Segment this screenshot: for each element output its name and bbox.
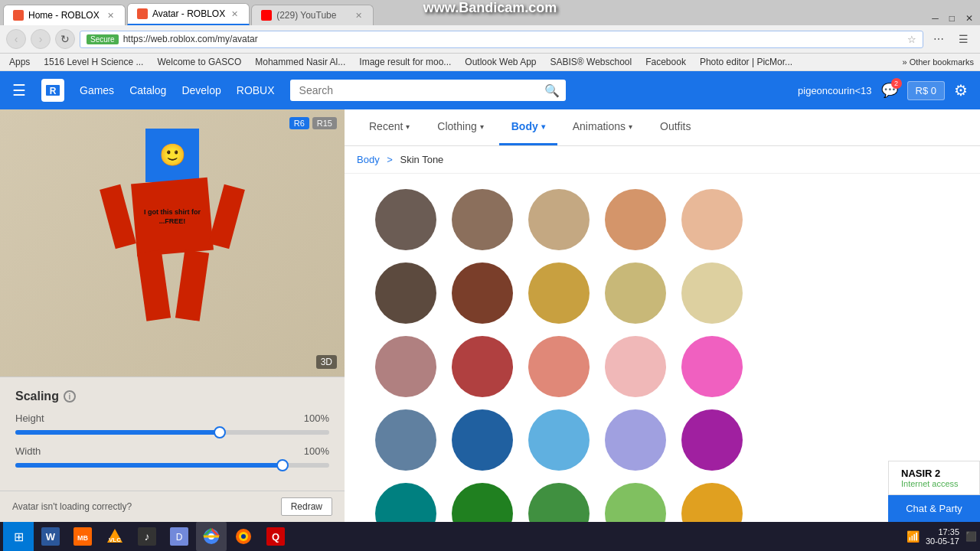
color-swatch-c18[interactable] [528, 409, 590, 471]
color-swatch-c16[interactable] [375, 409, 436, 471]
width-value: 100% [304, 445, 329, 457]
bookmark-4[interactable]: Image result for moo... [356, 55, 454, 69]
bookmark-7[interactable]: Facebook [642, 55, 689, 69]
tab-close-home[interactable]: ✕ [106, 11, 116, 21]
tab-body[interactable]: Body ▾ [499, 109, 557, 145]
bookmark-6[interactable]: SABIS® Webschool [547, 55, 635, 69]
start-button[interactable]: ⊞ [3, 522, 34, 551]
width-slider-thumb[interactable] [276, 459, 289, 471]
color-swatch-c14[interactable] [605, 336, 666, 397]
tab-recent-label: Recent [369, 120, 403, 132]
maximize-btn[interactable]: □ [946, 11, 959, 25]
height-slider-thumb[interactable] [214, 426, 226, 439]
roblox-header: ☰ R Games Catalog Develop ROBUX 🔍 pigeon… [0, 71, 980, 109]
bookmark-star-icon[interactable]: ☆ [907, 34, 916, 45]
bookmark-3[interactable]: Mohammed Nasir Al... [252, 55, 348, 69]
color-swatch-c4[interactable] [605, 189, 666, 250]
taskbar-chrome[interactable] [196, 522, 227, 551]
taskbar-music[interactable]: ♪ [132, 522, 162, 551]
search-input[interactable] [290, 80, 566, 101]
back-button[interactable]: ‹ [6, 29, 26, 49]
tab-close-youtube[interactable]: ✕ [354, 11, 364, 21]
scaling-info-icon[interactable]: i [64, 390, 76, 403]
color-swatch-c23[interactable] [528, 483, 590, 522]
svg-text:VLC: VLC [109, 536, 121, 543]
extensions-button[interactable]: ⋯ [928, 28, 949, 50]
taskbar-roblox-q[interactable]: Q [260, 522, 291, 551]
nav-games[interactable]: Games [80, 84, 114, 96]
tab-outfits[interactable]: Outfits [648, 109, 703, 145]
avatar-footer: Avatar isn't loading correctly? Redraw [0, 491, 345, 522]
color-swatch-c24[interactable] [605, 483, 666, 522]
forward-button[interactable]: › [31, 29, 51, 49]
minimize-btn[interactable]: ─ [928, 11, 942, 25]
color-swatch-c25[interactable] [681, 483, 743, 522]
nav-robux[interactable]: ROBUX [237, 84, 275, 96]
tab-favicon-youtube [261, 10, 272, 21]
color-swatch-c13[interactable] [528, 336, 590, 397]
chat-party-button[interactable]: Chat & Party [888, 495, 980, 522]
tab-clothing[interactable]: Clothing ▾ [425, 109, 495, 145]
color-swatch-c6[interactable] [375, 262, 436, 324]
color-swatch-c12[interactable] [452, 336, 513, 397]
address-bar[interactable]: Secure https://web.roblox.com/my/avatar … [80, 31, 923, 48]
redraw-button[interactable]: Redraw [281, 497, 332, 516]
roblox-logo[interactable]: R [41, 79, 64, 102]
color-swatch-c19[interactable] [605, 409, 666, 471]
taskbar-apps: W MB VLC ♪ D [35, 522, 291, 551]
taskbar-word[interactable]: W [35, 522, 66, 551]
breadcrumb-parent[interactable]: Body [357, 154, 380, 165]
color-swatch-c7[interactable] [452, 262, 513, 324]
bookmark-8[interactable]: Photo editor | PicMor... [697, 55, 795, 69]
color-swatch-c1[interactable] [375, 189, 436, 250]
color-swatch-c10[interactable] [681, 262, 743, 324]
tab-youtube[interactable]: (229) YouTube ✕ [251, 5, 374, 25]
bookmark-1[interactable]: 1516 Level H Science ... [41, 55, 146, 69]
badge-r6[interactable]: R6 [289, 117, 309, 129]
search-button[interactable]: 🔍 [544, 83, 560, 98]
reload-button[interactable]: ↻ [55, 29, 75, 49]
width-slider-track[interactable] [15, 463, 329, 468]
breadcrumb: Body > Skin Tone [345, 146, 980, 174]
badge-r15[interactable]: R15 [312, 117, 337, 129]
settings-icon[interactable]: ⚙ [954, 81, 968, 99]
color-swatch-c2[interactable] [452, 189, 513, 250]
color-swatch-c21[interactable] [375, 483, 436, 522]
color-swatch-c3[interactable] [528, 189, 590, 250]
color-swatch-c20[interactable] [681, 409, 743, 471]
color-swatch-c8[interactable] [528, 262, 590, 324]
tab-avatar[interactable]: Avatar - ROBLOX ✕ [127, 3, 250, 25]
color-swatch-c15[interactable] [681, 336, 743, 397]
taskbar-vlc[interactable]: VLC [100, 522, 130, 551]
svg-text:♪: ♪ [145, 530, 150, 543]
avatar-left-leg [137, 249, 171, 321]
height-slider-track[interactable] [15, 430, 329, 435]
tab-recent[interactable]: Recent ▾ [357, 109, 422, 145]
color-swatch-c9[interactable] [605, 262, 666, 324]
close-btn[interactable]: ✕ [962, 11, 977, 25]
tab-close-avatar[interactable]: ✕ [230, 9, 240, 19]
height-label-row: Height 100% [15, 412, 329, 424]
hamburger-icon[interactable]: ☰ [12, 81, 26, 99]
notification-icon[interactable]: ⬛ [965, 531, 977, 542]
bookmark-2[interactable]: Welcome to GASCO [154, 55, 244, 69]
nav-catalog[interactable]: Catalog [129, 84, 166, 96]
menu-button[interactable]: ☰ [952, 28, 974, 50]
bookmark-apps[interactable]: Apps [6, 55, 33, 69]
tab-recent-arrow: ▾ [406, 122, 410, 131]
taskbar-discord[interactable]: D [164, 522, 194, 551]
taskbar-mb[interactable]: MB [67, 522, 98, 551]
nav-develop[interactable]: Develop [181, 84, 220, 96]
color-row-0 [360, 189, 965, 250]
taskbar-firefox[interactable] [228, 522, 259, 551]
bookmark-5[interactable]: Outlook Web App [462, 55, 539, 69]
color-swatch-c17[interactable] [452, 409, 513, 471]
bookmarks-more[interactable]: » Other bookmarks [902, 57, 974, 67]
color-swatch-c5[interactable] [681, 189, 743, 250]
tab-animations[interactable]: Animations ▾ [560, 109, 645, 145]
robux-button[interactable]: R$ 0 [907, 81, 945, 100]
color-swatch-c11[interactable] [375, 336, 436, 397]
color-swatch-c22[interactable] [452, 483, 513, 522]
messages-icon[interactable]: 💬 2 [881, 82, 898, 99]
tab-home[interactable]: Home - ROBLOX ✕ [3, 5, 126, 25]
